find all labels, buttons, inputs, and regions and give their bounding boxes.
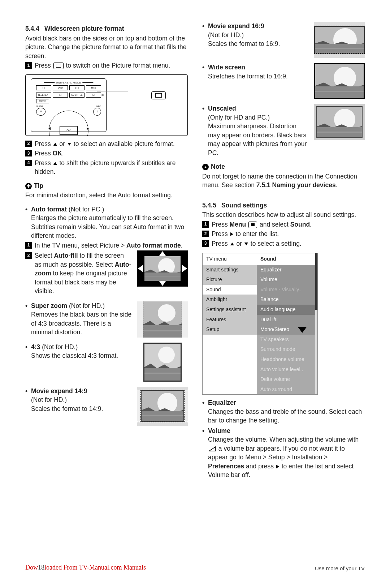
format-icon <box>151 91 166 99</box>
note-icon: ● <box>202 164 209 170</box>
rule <box>25 22 188 22</box>
m169-row: Movie expand 16:9 (Not for HD.) Scales t… <box>202 22 365 58</box>
down-icon <box>68 143 71 146</box>
step-3: 3 Press OK. <box>25 149 188 158</box>
format-icon <box>53 63 64 69</box>
step-2: 2 Press or to select an available pictur… <box>25 140 188 149</box>
menu-icon <box>248 222 257 228</box>
section-heading: 5.4.4Widescreen picture format <box>25 24 188 33</box>
s545-1: 1 Press Menu and select Sound. <box>202 220 365 229</box>
up-icon <box>53 162 57 165</box>
m169-thumb <box>314 22 365 58</box>
scrollbar <box>315 253 317 394</box>
wide-thumb <box>314 63 365 99</box>
right-icon <box>230 232 233 236</box>
note-text: Do not forget to name the connection in … <box>202 172 365 190</box>
up-icon <box>53 143 57 146</box>
footer-title: Use more of your TV <box>315 565 365 572</box>
s545-2: 2 Press to enter the list. <box>202 229 365 239</box>
unscaled-row: Unscaled (Only for HD and PC.) Maximum s… <box>202 104 365 157</box>
substep-1: 1 In the TV menu, select Picture > Auto … <box>25 241 188 250</box>
step-badge: 1 <box>25 62 32 69</box>
tip-heading: ✚Tip <box>25 181 188 190</box>
equalizer-item: Equalizer Changes the bass and treble of… <box>202 398 365 425</box>
step-4: 4 Press to shift the picture upwards if … <box>25 159 188 176</box>
tip-icon: ✚ <box>25 183 32 189</box>
note-heading: ●Note <box>202 162 365 171</box>
rule <box>202 198 365 198</box>
intro: This section describes how to adjust all… <box>202 210 365 219</box>
intro-text: Avoid black bars on the sides or on top … <box>25 34 188 61</box>
down-icon <box>244 243 248 245</box>
unscaled-thumb <box>314 104 365 140</box>
f43-thumb <box>137 343 188 382</box>
f43-row: 4:3 (Not for HD.) Shows the classical 4:… <box>25 343 188 382</box>
right-icon <box>276 465 279 468</box>
section-heading: 5.4.5Sound settings <box>202 201 365 210</box>
step-1: 1 Press to switch on the Picture format … <box>25 61 188 70</box>
auto-thumb <box>137 250 188 287</box>
volume-slider-icon <box>209 446 216 451</box>
footer-source-link[interactable]: Dow18loaded From TV-Manual.com Manuals <box>25 563 146 572</box>
menu-screenshot: TV menu Smart settings Picture Sound Amb… <box>202 253 318 395</box>
superzoom-thumb <box>137 301 188 338</box>
remote-diagram: UNIVERSAL MODE TV DVD STB HTS TELETEXT ☐… <box>25 74 188 136</box>
up-icon <box>230 243 234 245</box>
volume-item: Volume Changes the volume. When adjustin… <box>202 426 365 480</box>
page-footer: Dow18loaded From TV-Manual.com Manuals U… <box>25 563 365 572</box>
super-zoom-row: Super zoom (Not for HD.) Removes the bla… <box>25 301 188 338</box>
tip-text: For minimal distortion, select the Auto … <box>25 191 188 200</box>
right-column: Movie expand 16:9 (Not for HD.) Scales t… <box>202 22 365 480</box>
down-arrow-icon <box>298 327 307 333</box>
auto-fill-row: 2 Select Auto-fill to fill the screen as… <box>25 250 188 296</box>
m149-row: Movie expand 14:9 (Not for HD.) Scales t… <box>25 387 188 426</box>
left-column: 5.4.4Widescreen picture format Avoid bla… <box>25 22 188 480</box>
s545-3: 3 Press or to select a setting. <box>202 239 365 248</box>
auto-format-item: Auto format (Not for PC.) Enlarges the p… <box>25 205 188 240</box>
m149-thumb <box>137 387 188 426</box>
wide-row: Wide screen Stretches the format to 16:9… <box>202 63 365 99</box>
